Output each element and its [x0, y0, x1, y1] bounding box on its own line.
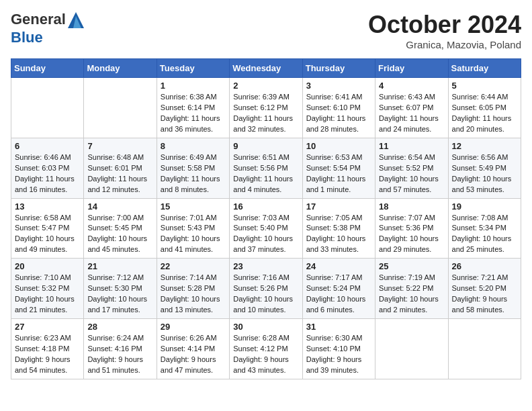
- location: Granica, Mazovia, Poland: [368, 39, 521, 50]
- day-detail: Sunrise: 7:12 AMSunset: 5:30 PMDaylight:…: [87, 273, 152, 316]
- day-number: 10: [306, 141, 371, 151]
- calendar-week-4: 27Sunrise: 6:23 AMSunset: 4:18 PMDayligh…: [11, 319, 521, 379]
- calendar-cell: 3Sunrise: 6:41 AMSunset: 6:10 PMDaylight…: [302, 78, 375, 138]
- calendar-cell: 19Sunrise: 7:08 AMSunset: 5:34 PMDayligh…: [448, 198, 521, 259]
- day-detail: Sunrise: 6:23 AMSunset: 4:18 PMDaylight:…: [15, 333, 80, 376]
- calendar-cell: 8Sunrise: 6:49 AMSunset: 5:58 PMDaylight…: [157, 138, 229, 198]
- day-detail: Sunrise: 6:54 AMSunset: 5:52 PMDaylight:…: [379, 152, 444, 195]
- calendar-cell: 29Sunrise: 6:26 AMSunset: 4:14 PMDayligh…: [157, 319, 229, 379]
- day-detail: Sunrise: 6:24 AMSunset: 4:16 PMDaylight:…: [87, 333, 152, 376]
- day-number: 25: [379, 261, 444, 271]
- day-detail: Sunrise: 7:21 AMSunset: 5:20 PMDaylight:…: [452, 273, 517, 316]
- day-detail: Sunrise: 7:14 AMSunset: 5:28 PMDaylight:…: [161, 273, 226, 316]
- calendar-cell: 15Sunrise: 7:01 AMSunset: 5:43 PMDayligh…: [157, 198, 229, 259]
- calendar-cell: 28Sunrise: 6:24 AMSunset: 4:16 PMDayligh…: [84, 319, 157, 379]
- day-number: 16: [233, 201, 298, 212]
- calendar-cell: 11Sunrise: 6:54 AMSunset: 5:52 PMDayligh…: [375, 138, 448, 198]
- calendar-cell: 12Sunrise: 6:56 AMSunset: 5:49 PMDayligh…: [448, 138, 521, 198]
- dow-header-saturday: Saturday: [448, 59, 521, 78]
- day-detail: Sunrise: 7:05 AMSunset: 5:38 PMDaylight:…: [306, 213, 371, 256]
- logo: General Blue: [11, 11, 86, 46]
- calendar-cell: 24Sunrise: 7:17 AMSunset: 5:24 PMDayligh…: [302, 259, 375, 319]
- page-header: General Blue October 2024 Granica, Mazov…: [11, 11, 521, 50]
- calendar-cell: [448, 319, 521, 379]
- day-number: 2: [233, 81, 298, 91]
- day-detail: Sunrise: 6:51 AMSunset: 5:56 PMDaylight:…: [233, 152, 298, 195]
- day-detail: Sunrise: 7:01 AMSunset: 5:43 PMDaylight:…: [161, 213, 226, 256]
- calendar-cell: 14Sunrise: 7:00 AMSunset: 5:45 PMDayligh…: [84, 198, 157, 259]
- day-number: 5: [452, 81, 517, 91]
- day-number: 9: [233, 141, 298, 151]
- day-number: 23: [233, 261, 298, 271]
- calendar-cell: [375, 319, 448, 379]
- day-detail: Sunrise: 6:56 AMSunset: 5:49 PMDaylight:…: [452, 152, 517, 195]
- title-block: October 2024 Granica, Mazovia, Poland: [368, 11, 521, 50]
- days-of-week-row: SundayMondayTuesdayWednesdayThursdayFrid…: [11, 59, 521, 78]
- calendar-week-1: 6Sunrise: 6:46 AMSunset: 6:03 PMDaylight…: [11, 138, 521, 198]
- day-detail: Sunrise: 7:17 AMSunset: 5:24 PMDaylight:…: [306, 273, 371, 316]
- day-number: 20: [15, 261, 80, 271]
- day-detail: Sunrise: 6:28 AMSunset: 4:12 PMDaylight:…: [233, 333, 298, 376]
- calendar-cell: 22Sunrise: 7:14 AMSunset: 5:28 PMDayligh…: [157, 259, 229, 319]
- day-detail: Sunrise: 6:44 AMSunset: 6:05 PMDaylight:…: [452, 92, 517, 135]
- day-number: 11: [379, 141, 444, 151]
- day-number: 17: [306, 201, 371, 212]
- logo-blue: Blue: [11, 29, 43, 46]
- calendar-week-0: 1Sunrise: 6:38 AMSunset: 6:14 PMDaylight…: [11, 78, 521, 138]
- day-detail: Sunrise: 6:38 AMSunset: 6:14 PMDaylight:…: [161, 92, 226, 135]
- calendar-cell: 27Sunrise: 6:23 AMSunset: 4:18 PMDayligh…: [11, 319, 84, 379]
- logo-icon: [66, 11, 85, 30]
- calendar-cell: 30Sunrise: 6:28 AMSunset: 4:12 PMDayligh…: [230, 319, 302, 379]
- day-number: 28: [87, 322, 152, 332]
- dow-header-tuesday: Tuesday: [157, 59, 229, 78]
- calendar-cell: 13Sunrise: 6:58 AMSunset: 5:47 PMDayligh…: [11, 198, 84, 259]
- day-number: 6: [15, 141, 80, 151]
- day-number: 29: [161, 322, 226, 332]
- calendar-cell: 9Sunrise: 6:51 AMSunset: 5:56 PMDaylight…: [230, 138, 302, 198]
- month-title: October 2024: [368, 11, 521, 39]
- day-number: 18: [379, 201, 444, 212]
- calendar-cell: 6Sunrise: 6:46 AMSunset: 6:03 PMDaylight…: [11, 138, 84, 198]
- dow-header-sunday: Sunday: [11, 59, 84, 78]
- day-number: 14: [87, 201, 152, 212]
- calendar-cell: 1Sunrise: 6:38 AMSunset: 6:14 PMDaylight…: [157, 78, 229, 138]
- day-number: 3: [306, 81, 371, 91]
- dow-header-friday: Friday: [375, 59, 448, 78]
- dow-header-wednesday: Wednesday: [230, 59, 302, 78]
- day-number: 26: [452, 261, 517, 271]
- day-number: 24: [306, 261, 371, 271]
- day-number: 8: [161, 141, 226, 151]
- calendar-cell: 31Sunrise: 6:30 AMSunset: 4:10 PMDayligh…: [302, 319, 375, 379]
- day-detail: Sunrise: 6:58 AMSunset: 5:47 PMDaylight:…: [15, 213, 80, 256]
- day-number: 30: [233, 322, 298, 332]
- day-detail: Sunrise: 6:48 AMSunset: 6:01 PMDaylight:…: [87, 152, 152, 195]
- calendar-cell: [11, 78, 84, 138]
- day-number: 13: [15, 201, 80, 212]
- calendar-cell: 10Sunrise: 6:53 AMSunset: 5:54 PMDayligh…: [302, 138, 375, 198]
- day-number: 12: [452, 141, 517, 151]
- calendar-cell: 5Sunrise: 6:44 AMSunset: 6:05 PMDaylight…: [448, 78, 521, 138]
- calendar-cell: [84, 78, 157, 138]
- calendar-cell: 20Sunrise: 7:10 AMSunset: 5:32 PMDayligh…: [11, 259, 84, 319]
- day-detail: Sunrise: 6:43 AMSunset: 6:07 PMDaylight:…: [379, 92, 444, 135]
- calendar-cell: 17Sunrise: 7:05 AMSunset: 5:38 PMDayligh…: [302, 198, 375, 259]
- day-number: 27: [15, 322, 80, 332]
- day-detail: Sunrise: 6:53 AMSunset: 5:54 PMDaylight:…: [306, 152, 371, 195]
- logo-general: General: [11, 11, 66, 28]
- day-number: 15: [161, 201, 226, 212]
- day-detail: Sunrise: 7:08 AMSunset: 5:34 PMDaylight:…: [452, 213, 517, 256]
- day-number: 22: [161, 261, 226, 271]
- calendar-cell: 18Sunrise: 7:07 AMSunset: 5:36 PMDayligh…: [375, 198, 448, 259]
- calendar-cell: 25Sunrise: 7:19 AMSunset: 5:22 PMDayligh…: [375, 259, 448, 319]
- calendar-cell: 16Sunrise: 7:03 AMSunset: 5:40 PMDayligh…: [230, 198, 302, 259]
- calendar-body: 1Sunrise: 6:38 AMSunset: 6:14 PMDaylight…: [11, 78, 521, 379]
- dow-header-thursday: Thursday: [302, 59, 375, 78]
- day-number: 1: [161, 81, 226, 91]
- day-detail: Sunrise: 7:19 AMSunset: 5:22 PMDaylight:…: [379, 273, 444, 316]
- day-number: 19: [452, 201, 517, 212]
- calendar-cell: 4Sunrise: 6:43 AMSunset: 6:07 PMDaylight…: [375, 78, 448, 138]
- day-number: 7: [87, 141, 152, 151]
- calendar-cell: 26Sunrise: 7:21 AMSunset: 5:20 PMDayligh…: [448, 259, 521, 319]
- dow-header-monday: Monday: [84, 59, 157, 78]
- day-detail: Sunrise: 6:39 AMSunset: 6:12 PMDaylight:…: [233, 92, 298, 135]
